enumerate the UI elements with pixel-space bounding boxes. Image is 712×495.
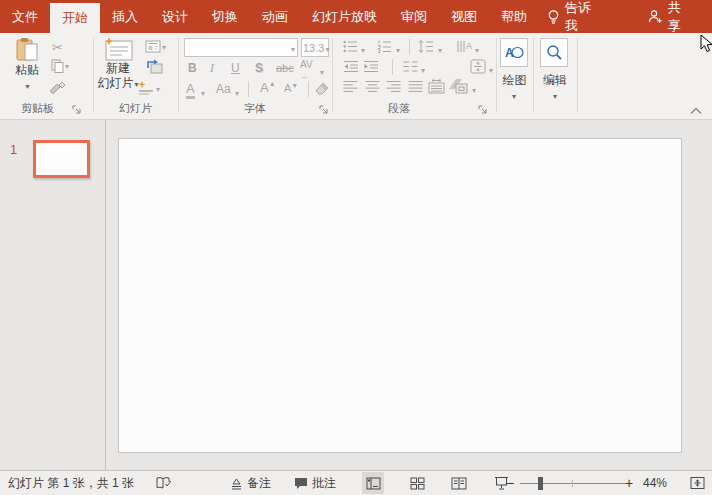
text-direction-dropdown-arrow-icon [474, 42, 479, 56]
paragraph-dialog-launcher[interactable] [478, 105, 488, 115]
font-color-button[interactable]: A [186, 81, 195, 96]
format-painter-button[interactable] [48, 81, 66, 96]
justify-button[interactable] [408, 80, 423, 93]
reset-slide-button[interactable] [146, 59, 163, 74]
tab-transitions[interactable]: 切换 [200, 0, 250, 33]
notes-icon [230, 477, 243, 490]
comment-bubble-icon [294, 477, 308, 490]
character-spacing-dropdown-arrow-icon [319, 64, 324, 78]
bold-button[interactable]: B [188, 61, 197, 75]
mouse-cursor [700, 34, 712, 53]
convert-to-smartart-button[interactable] [448, 78, 468, 94]
slide-counter: 幻灯片 第 1 张，共 1 张 [8, 471, 134, 495]
section-dropdown-arrow-icon [155, 81, 160, 95]
zoom-level-button[interactable]: 44% [643, 471, 667, 495]
notes-button[interactable]: 备注 [230, 471, 271, 495]
drawing-icon: A [504, 44, 524, 61]
add-remove-columns-button[interactable] [428, 78, 445, 94]
numbering-button[interactable] [377, 40, 392, 53]
slide-sorter-view-button[interactable] [406, 472, 428, 494]
font-name-combobox[interactable] [184, 38, 298, 57]
layout-dropdown-arrow-icon [161, 39, 166, 53]
tell-me-button[interactable]: 告诉我 [539, 0, 605, 35]
zoom-in-button[interactable]: + [625, 471, 633, 495]
new-slide-icon [95, 37, 141, 61]
paste-clipboard-icon [8, 37, 46, 63]
tab-animations[interactable]: 动画 [250, 0, 300, 33]
tab-view[interactable]: 视图 [439, 0, 489, 33]
tab-insert[interactable]: 插入 [100, 0, 150, 33]
layout-button[interactable] [145, 39, 166, 53]
group-label-slides: 幻灯片 [93, 101, 178, 116]
slide-number-label: 1 [10, 142, 17, 157]
reading-view-button[interactable] [448, 472, 470, 494]
columns-button[interactable] [403, 60, 418, 73]
group-label-clipboard: 剪贴板 [0, 101, 75, 116]
zoom-slider-track[interactable] [520, 483, 627, 484]
align-text-button[interactable] [470, 59, 486, 74]
character-spacing-button[interactable]: AV↔ [300, 59, 313, 81]
align-left-button[interactable] [343, 80, 358, 93]
tab-home[interactable]: 开始 [50, 3, 100, 33]
comments-button[interactable]: 批注 [294, 471, 336, 495]
fit-to-window-icon [690, 476, 705, 490]
ribbon-tab-bar: 文件 开始 插入 设计 切换 动画 幻灯片放映 审阅 视图 帮助 告诉我 共享 [0, 0, 712, 33]
font-size-combobox[interactable]: 13.3 [301, 38, 329, 57]
paste-dropdown-arrow-icon[interactable] [24, 78, 29, 92]
bullets-button[interactable] [343, 40, 358, 53]
tab-file[interactable]: 文件 [0, 0, 50, 33]
group-editing: 编辑 [533, 33, 577, 119]
normal-view-button[interactable] [362, 472, 384, 494]
share-person-icon [648, 9, 663, 24]
columns-dropdown-arrow-icon [420, 62, 425, 76]
accessibility-checker-button[interactable] [156, 471, 172, 495]
copy-button[interactable] [51, 58, 69, 73]
drawing-dropdown-arrow-icon [511, 88, 516, 102]
new-slide-button[interactable]: 新建 幻灯片 [95, 37, 141, 92]
cut-button[interactable]: ✂ [52, 40, 63, 55]
increase-font-size-button[interactable]: A▲ [260, 80, 276, 95]
underline-button[interactable]: U [231, 61, 240, 75]
align-text-dropdown-arrow-icon [488, 62, 493, 76]
group-slides: 新建 幻灯片 幻灯片 [93, 33, 178, 119]
tab-design[interactable]: 设计 [150, 0, 200, 33]
decrease-indent-button[interactable] [343, 60, 359, 73]
align-center-button[interactable] [365, 80, 380, 93]
align-right-button[interactable] [386, 80, 401, 93]
italic-button[interactable]: I [210, 61, 214, 76]
decrease-font-size-button[interactable]: A▼ [284, 82, 298, 94]
tab-review[interactable]: 审阅 [389, 0, 439, 33]
slide-canvas[interactable] [118, 138, 682, 453]
tab-help[interactable]: 帮助 [489, 0, 539, 33]
zoom-out-button[interactable]: − [506, 471, 514, 495]
slide-editing-area [107, 120, 712, 470]
font-size-dropdown-arrow-icon [324, 41, 329, 55]
clipboard-dialog-launcher[interactable] [72, 105, 82, 115]
paste-button[interactable]: 粘贴 [8, 37, 46, 94]
tab-slideshow[interactable]: 幻灯片放映 [300, 0, 389, 33]
lightbulb-icon [547, 9, 560, 25]
collapse-ribbon-button[interactable] [690, 107, 702, 115]
change-case-button[interactable]: Aa [216, 82, 231, 96]
text-shadow-button[interactable]: S [255, 61, 263, 75]
powerpoint-window: 文件 开始 插入 设计 切换 动画 幻灯片放映 审阅 视图 帮助 告诉我 共享 [0, 0, 712, 495]
zoom-slider-handle[interactable] [538, 477, 543, 490]
group-font: 13.3 B I U S abc AV↔ A Aa A▲ A▼ 字体 [178, 33, 332, 119]
drawing-button[interactable]: A [500, 38, 528, 67]
numbering-dropdown-arrow-icon [395, 42, 400, 56]
increase-indent-button[interactable] [363, 60, 379, 73]
clear-formatting-eraser-icon[interactable] [315, 81, 330, 95]
text-direction-button[interactable]: A [456, 40, 472, 53]
drawing-label: 绘图 [496, 72, 533, 89]
fit-slide-to-window-button[interactable] [690, 471, 705, 495]
strikethrough-button[interactable]: abc [276, 62, 294, 74]
font-dialog-launcher[interactable] [319, 105, 329, 115]
line-spacing-button[interactable] [418, 40, 434, 53]
section-button[interactable] [137, 81, 160, 96]
share-button[interactable]: 共享 [640, 0, 696, 35]
slide-thumbnail[interactable] [33, 140, 90, 178]
cut-scissors-icon: ✂ [52, 40, 63, 55]
change-case-dropdown-arrow-icon [234, 85, 239, 99]
editing-button[interactable] [540, 38, 568, 67]
status-bar: 幻灯片 第 1 张，共 1 张 备注 批注 [0, 470, 712, 495]
